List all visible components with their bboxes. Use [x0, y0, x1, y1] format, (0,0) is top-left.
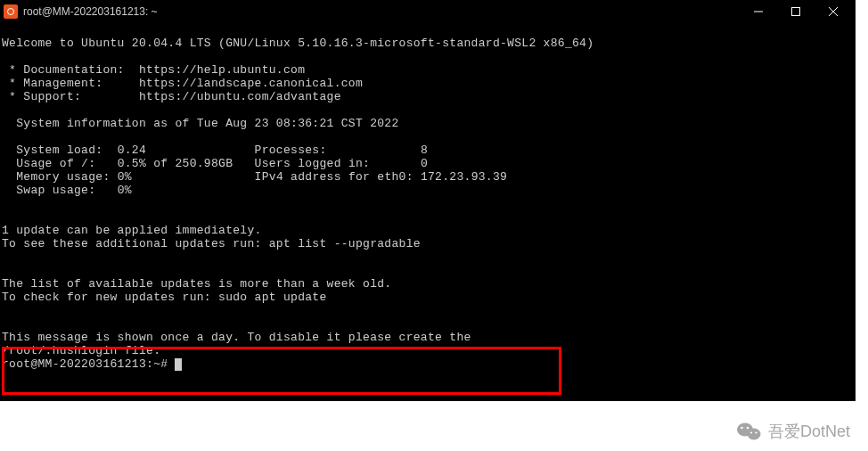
users-val: 0: [421, 157, 428, 170]
stale-line2: To check for new updates run: sudo apt u…: [2, 291, 327, 304]
shell-prompt: root@MM-202203161213:~#: [2, 357, 175, 371]
doc-label: * Documentation:: [2, 63, 125, 77]
usage-val: 0.5% of 250.98GB: [118, 157, 233, 170]
hush-line1: This message is shown once a day. To dis…: [2, 331, 471, 344]
sysload-label: System load:: [2, 144, 102, 157]
users-label: Users logged in:: [255, 157, 371, 170]
updates-line2: To see these additional updates run: apt…: [2, 237, 421, 250]
titlebar[interactable]: root@MM-202203161213: ~: [0, 0, 856, 23]
hush-line2: /root/.hushlogin file.: [2, 344, 160, 357]
mem-label: Memory usage:: [2, 170, 111, 184]
svg-point-2: [747, 429, 760, 440]
watermark: 吾爱DotNet: [736, 421, 850, 442]
sysinfo-header: System information as of Tue Aug 23 08:3…: [2, 117, 399, 130]
terminal-window: root@MM-202203161213: ~ Welcome to Ubunt…: [0, 0, 856, 401]
sysload-val: 0.24: [118, 144, 146, 157]
usage-label: Usage of /:: [2, 157, 95, 170]
doc-url: https://help.ubuntu.com: [139, 63, 305, 77]
window-controls: [740, 0, 852, 23]
sup-url: https://ubuntu.com/advantage: [139, 90, 341, 103]
proc-label: Processes:: [255, 144, 327, 157]
motd-welcome: Welcome to Ubuntu 20.04.4 LTS (GNU/Linux…: [2, 37, 594, 50]
mgmt-url: https://landscape.canonical.com: [139, 77, 363, 90]
wechat-icon: [736, 421, 761, 442]
svg-point-6: [755, 431, 757, 433]
sup-label: * Support:: [2, 90, 81, 103]
minimize-button[interactable]: [740, 0, 777, 23]
ipv4-val: 172.23.93.39: [421, 170, 507, 184]
watermark-text: 吾爱DotNet: [768, 421, 850, 442]
svg-point-5: [750, 431, 752, 433]
window-title: root@MM-202203161213: ~: [23, 5, 740, 18]
mem-val: 0%: [118, 170, 132, 184]
close-button[interactable]: [815, 0, 852, 23]
updates-line1: 1 update can be applied immediately.: [2, 224, 262, 237]
terminal-output[interactable]: Welcome to Ubuntu 20.04.4 LTS (GNU/Linux…: [0, 23, 856, 371]
svg-rect-0: [792, 8, 800, 16]
svg-point-3: [741, 427, 743, 430]
stale-line1: The list of available updates is more th…: [2, 277, 391, 291]
mgmt-label: * Management:: [2, 77, 102, 90]
swap-label: Swap usage:: [2, 184, 95, 197]
maximize-button[interactable]: [777, 0, 815, 23]
cursor-icon: [175, 358, 182, 371]
ubuntu-icon: [4, 4, 18, 19]
proc-val: 8: [421, 144, 428, 157]
ipv4-label: IPv4 address for eth0:: [255, 170, 414, 184]
svg-point-4: [747, 427, 749, 430]
swap-val: 0%: [118, 184, 132, 197]
